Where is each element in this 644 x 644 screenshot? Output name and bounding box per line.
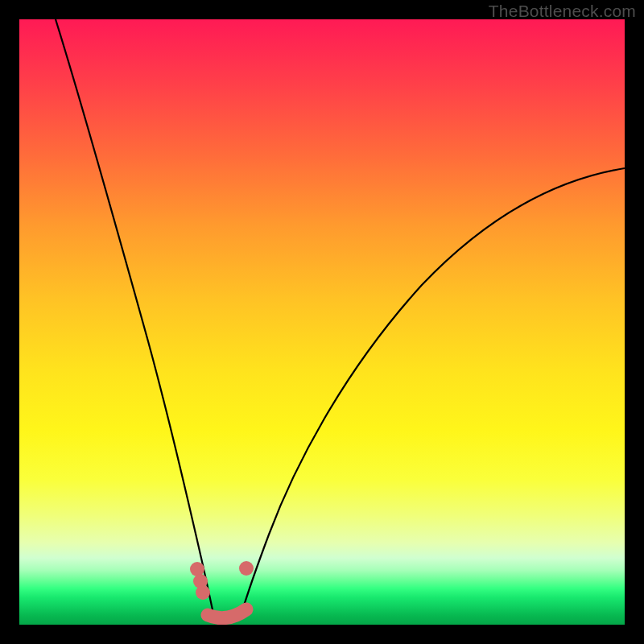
right-dot-1 xyxy=(239,561,254,576)
plot-area xyxy=(19,19,625,625)
valley-bead-segment xyxy=(208,609,246,618)
left-dot-3 xyxy=(196,585,210,600)
left-curve xyxy=(56,19,213,613)
curve-layer xyxy=(19,19,625,625)
chart-frame: TheBottleneck.com xyxy=(0,0,644,644)
right-curve xyxy=(242,168,625,613)
attribution-text: TheBottleneck.com xyxy=(489,2,636,21)
